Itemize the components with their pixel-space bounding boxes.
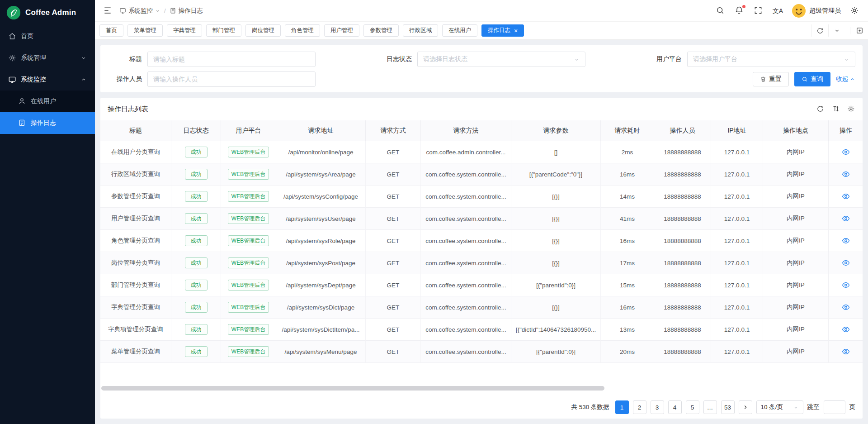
menu-label: 首页 xyxy=(21,32,33,40)
breadcrumb-item-logs[interactable]: 操作日志 xyxy=(170,7,203,15)
search-icon[interactable] xyxy=(716,6,726,16)
table-cell: /api/system/sysDept/page xyxy=(276,274,366,296)
tab-bar: 首页菜单管理字典管理部门管理岗位管理角色管理用户管理参数管理行政区域在线用户操作… xyxy=(95,22,868,40)
tab-在线用户[interactable]: 在线用户 xyxy=(442,24,477,37)
table-cell-actions xyxy=(829,186,863,208)
user-menu[interactable]: 超级管理员 xyxy=(792,4,841,18)
tab-首页[interactable]: 首页 xyxy=(99,24,123,37)
status-tag: 成功 xyxy=(185,346,208,357)
app-logo[interactable]: Coffee Admin xyxy=(0,0,95,25)
page-size-select[interactable]: 10 条/页 xyxy=(756,400,803,414)
menu-label: 系统管理 xyxy=(21,54,46,62)
view-detail-icon[interactable] xyxy=(842,281,850,289)
notification-bell-icon[interactable] xyxy=(735,6,745,16)
table-cell: com.coffee.system.controlle... xyxy=(421,186,511,208)
settings-gear-icon[interactable] xyxy=(850,6,860,16)
filter-status-select[interactable]: 请选择日志状态 xyxy=(417,52,585,67)
table-cell: 127.0.0.1 xyxy=(711,163,763,186)
column-header: 请求耗时 xyxy=(601,120,654,141)
tab-行政区域[interactable]: 行政区域 xyxy=(403,24,438,37)
sidebar-collapse-icon[interactable] xyxy=(103,6,113,16)
column-header: 标题 xyxy=(100,120,171,141)
table-cell: GET xyxy=(366,230,421,252)
chevron-up-icon xyxy=(80,76,87,83)
sidebar-item-system-monitor[interactable]: 系统监控 xyxy=(0,69,95,91)
table-cell: 127.0.0.1 xyxy=(711,319,763,341)
table-cell-actions xyxy=(829,274,863,296)
filter-status-label: 日志状态 xyxy=(377,55,417,63)
filter-title-input[interactable] xyxy=(147,52,316,67)
table-card-header: 操作日志列表 xyxy=(100,98,863,120)
status-tag: 成功 xyxy=(185,169,208,180)
refresh-icon[interactable] xyxy=(816,105,825,113)
tab-部门管理[interactable]: 部门管理 xyxy=(206,24,241,37)
tab-close-icon[interactable]: × xyxy=(514,28,518,34)
fullscreen-icon[interactable] xyxy=(754,6,764,16)
page-button-3[interactable]: 3 xyxy=(651,400,664,414)
table-row: 字典项管理分页查询成功WEB管理后台/api/system/sysDictIte… xyxy=(100,319,863,341)
refresh-tab-icon[interactable] xyxy=(811,24,828,37)
table-cell: 内网IP xyxy=(763,163,829,186)
log-table-card: 操作日志列表 标题日志状态用户平台请求地址请求方式请求方法请求参数请求耗时操作人… xyxy=(100,98,863,419)
page-button-53[interactable]: 53 xyxy=(721,400,735,414)
sidebar-item-home[interactable]: 首页 xyxy=(0,25,95,47)
menu-label: 操作日志 xyxy=(31,119,56,127)
tab-options-chevron-icon[interactable] xyxy=(828,24,845,37)
text-height-icon[interactable] xyxy=(832,105,840,113)
view-detail-icon[interactable] xyxy=(842,348,850,356)
tab-操作日志[interactable]: 操作日志× xyxy=(481,24,524,37)
view-detail-icon[interactable] xyxy=(842,259,850,267)
table-row: 岗位管理分页查询成功WEB管理后台/api/system/sysPost/pag… xyxy=(100,252,863,274)
sidebar-item-system-management[interactable]: 系统管理 xyxy=(0,47,95,69)
table-cell: 内网IP xyxy=(763,274,829,296)
view-detail-icon[interactable] xyxy=(842,303,850,311)
sidebar-item-online-users[interactable]: 在线用户 xyxy=(0,91,95,112)
table-cell: GET xyxy=(366,341,421,363)
tab-岗位管理[interactable]: 岗位管理 xyxy=(245,24,281,37)
table-cell: 岗位管理分页查询 xyxy=(100,252,171,274)
chevron-down-icon xyxy=(793,405,799,410)
table-cell: 成功 xyxy=(171,319,221,341)
jump-page-input[interactable] xyxy=(824,400,845,414)
user-name: 超级管理员 xyxy=(809,7,841,15)
table-cell: 内网IP xyxy=(763,296,829,319)
next-page-button[interactable] xyxy=(739,400,752,414)
view-detail-icon[interactable] xyxy=(842,325,850,333)
view-detail-icon[interactable] xyxy=(842,148,850,156)
breadcrumb-item-monitor[interactable]: 系统监控 xyxy=(119,7,160,15)
table-cell: 字典项管理分页查询 xyxy=(100,319,171,341)
avatar xyxy=(792,4,806,18)
filter-platform-select[interactable]: 请选择用户平台 xyxy=(687,52,855,67)
filter-title-label: 标题 xyxy=(108,55,147,63)
page-button-1[interactable]: 1 xyxy=(615,400,629,414)
table-title: 操作日志列表 xyxy=(108,105,148,114)
collapse-filters-link[interactable]: 收起 xyxy=(836,75,855,83)
tab-字典管理[interactable]: 字典管理 xyxy=(167,24,202,37)
reset-button[interactable]: 重置 xyxy=(753,72,789,86)
page-button-2[interactable]: 2 xyxy=(633,400,646,414)
filter-operator-input[interactable] xyxy=(147,71,316,87)
table-cell: WEB管理后台 xyxy=(221,230,276,252)
tab-用户管理[interactable]: 用户管理 xyxy=(324,24,359,37)
tab-角色管理[interactable]: 角色管理 xyxy=(285,24,320,37)
content-fullscreen-icon[interactable] xyxy=(850,27,863,34)
page-ellipsis[interactable]: … xyxy=(703,400,717,414)
sidebar-item-operation-logs[interactable]: 操作日志 xyxy=(0,112,95,134)
column-header: IP地址 xyxy=(711,120,763,141)
table-settings-icon[interactable] xyxy=(847,105,855,113)
view-detail-icon[interactable] xyxy=(842,214,850,223)
table-cell: 18888888888 xyxy=(654,186,711,208)
view-detail-icon[interactable] xyxy=(842,192,850,200)
horizontal-scrollbar[interactable] xyxy=(101,386,604,391)
table-cell: 18888888888 xyxy=(654,230,711,252)
search-button[interactable]: 查询 xyxy=(794,72,830,86)
page-button-4[interactable]: 4 xyxy=(668,400,682,414)
language-translate-icon[interactable]: 文A xyxy=(773,6,783,16)
page-button-5[interactable]: 5 xyxy=(686,400,699,414)
view-detail-icon[interactable] xyxy=(842,170,850,178)
pagination: 共 530 条数据 12345…53 10 条/页 跳至 页 xyxy=(571,400,855,414)
view-detail-icon[interactable] xyxy=(842,237,850,245)
tab-菜单管理[interactable]: 菜单管理 xyxy=(127,24,163,37)
user-icon xyxy=(18,97,26,105)
tab-参数管理[interactable]: 参数管理 xyxy=(363,24,399,37)
